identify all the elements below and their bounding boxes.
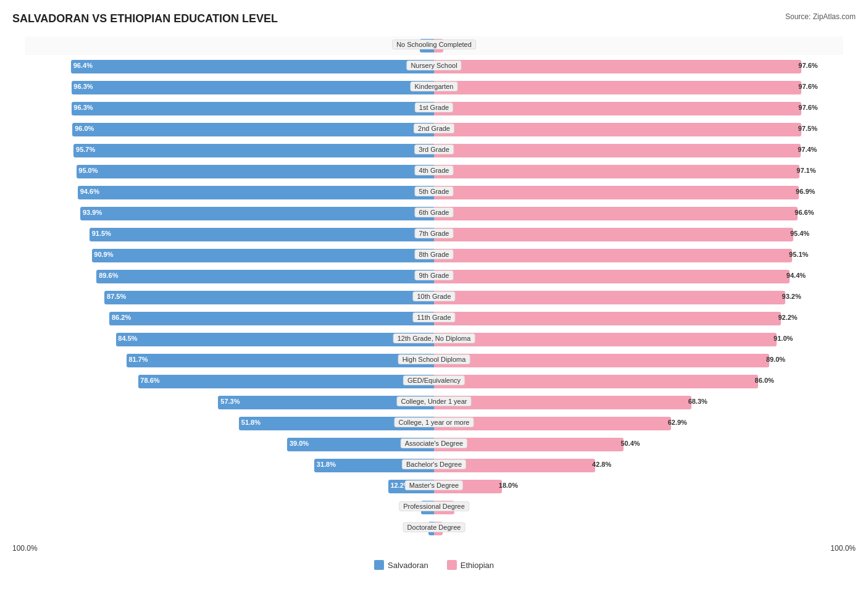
bar-value-left: 86.2%	[112, 314, 131, 321]
center-label: High School Diploma	[398, 354, 470, 364]
bar-left	[138, 375, 434, 388]
center-label: 4th Grade	[415, 165, 454, 175]
bar-value-left: 93.9%	[83, 209, 102, 216]
bar-value-right: 94.4%	[787, 272, 806, 279]
bar-left	[80, 207, 434, 220]
bar-right	[434, 144, 801, 157]
bar-right	[434, 60, 801, 73]
center-label: College, 1 year or more	[394, 417, 474, 427]
chart-area: 3.7%2.4%No Schooling Completed96.4%97.6%…	[12, 36, 856, 538]
chart-row: 84.5%91.0%12th Grade, No Diploma	[25, 330, 843, 349]
bar-value-right: 42.8%	[592, 461, 611, 468]
bar-value-left: 87.5%	[107, 293, 126, 300]
bar-right	[434, 396, 691, 409]
center-label: 5th Grade	[415, 186, 454, 196]
bar-value-right: 62.9%	[668, 419, 687, 426]
chart-row: 96.4%97.6%Nursery School	[25, 57, 843, 76]
chart-header: SALVADORAN VS ETHIOPIAN EDUCATION LEVEL …	[12, 12, 856, 25]
bar-value-right: 97.4%	[798, 146, 817, 153]
bar-left	[116, 333, 434, 346]
ethiopian-color-box	[447, 560, 457, 570]
axis-row: 100.0% 100.0%	[12, 544, 856, 553]
chart-row: 12.2%18.0%Master's Degree	[25, 477, 843, 496]
chart-row: 57.3%68.3%College, Under 1 year	[25, 393, 843, 412]
center-label: 7th Grade	[415, 228, 454, 238]
chart-row: 1.5%2.3%Doctorate Degree	[25, 519, 843, 538]
bar-right	[434, 270, 790, 283]
bar-value-right: 18.0%	[499, 482, 518, 489]
bar-value-left: 57.3%	[220, 398, 240, 405]
center-label: 1st Grade	[415, 102, 453, 112]
bar-right	[434, 375, 758, 388]
chart-row: 94.6%96.9%5th Grade	[25, 183, 843, 202]
center-label: 6th Grade	[415, 207, 454, 217]
chart-row: 51.8%62.9%College, 1 year or more	[25, 414, 843, 433]
salvadoran-label: Salvadoran	[388, 561, 428, 570]
bar-value-right: 97.6%	[798, 83, 817, 90]
bar-left	[127, 354, 434, 367]
chart-row: 3.5%5.4%Professional Degree	[25, 498, 843, 517]
bar-value-right: 89.0%	[766, 356, 785, 363]
bar-value-right: 95.4%	[790, 230, 809, 237]
bar-value-left: 90.9%	[94, 251, 113, 258]
bar-value-left: 96.3%	[73, 83, 93, 90]
bar-value-right: 50.4%	[620, 440, 640, 447]
chart-row: 95.7%97.4%3rd Grade	[25, 141, 843, 160]
bar-value-left: 96.4%	[73, 62, 93, 69]
bar-value-right: 97.6%	[798, 104, 817, 111]
chart-source: Source: ZipAtlas.com	[785, 12, 856, 21]
bar-value-left: 78.6%	[140, 377, 159, 384]
chart-row: 39.0%50.4%Associate's Degree	[25, 435, 843, 454]
center-label: Nursery School	[406, 61, 461, 70]
bar-value-left: 95.0%	[78, 167, 98, 174]
chart-row: 31.8%42.8%Bachelor's Degree	[25, 456, 843, 475]
center-label: Doctorate Degree	[403, 522, 465, 532]
chart-row: 78.6%86.0%GED/Equivalency	[25, 372, 843, 391]
bar-value-left: 96.0%	[75, 125, 94, 132]
bar-value-left: 81.7%	[128, 356, 148, 363]
bar-value-right: 95.1%	[789, 251, 808, 258]
center-label: Kindergarten	[411, 82, 458, 91]
bar-right	[434, 207, 798, 220]
legend: Salvadoran Ethiopian	[12, 560, 856, 570]
bar-value-right: 97.1%	[796, 167, 816, 174]
chart-row: 90.9%95.1%8th Grade	[25, 246, 843, 265]
bar-left	[77, 165, 435, 178]
chart-row: 86.2%92.2%11th Grade	[25, 309, 843, 328]
salvadoran-color-box	[374, 560, 384, 570]
bar-value-left: 51.8%	[241, 419, 261, 426]
bar-value-right: 92.2%	[778, 314, 797, 321]
center-label: GED/Equivalency	[403, 375, 465, 385]
bar-right	[434, 291, 785, 304]
chart-container: SALVADORAN VS ETHIOPIAN EDUCATION LEVEL …	[12, 12, 856, 570]
bar-value-left: 96.3%	[73, 104, 93, 111]
axis-left: 100.0%	[12, 544, 38, 553]
bar-right	[434, 333, 777, 346]
chart-row: 96.3%97.6%1st Grade	[25, 99, 843, 118]
bar-left	[71, 60, 434, 73]
bar-left	[72, 102, 434, 115]
center-label: 12th Grade, No Diploma	[393, 333, 475, 343]
bar-right	[434, 165, 799, 178]
center-label: 2nd Grade	[414, 123, 454, 133]
center-label: Master's Degree	[405, 480, 463, 490]
bar-left	[72, 81, 434, 94]
bar-right	[434, 186, 799, 199]
bar-right	[434, 312, 781, 325]
bar-value-right: 97.5%	[798, 125, 817, 132]
bar-value-right: 96.6%	[795, 209, 814, 216]
bar-value-right: 91.0%	[774, 335, 793, 342]
bar-value-right: 93.2%	[782, 293, 801, 300]
bar-left	[78, 186, 434, 199]
chart-row: 96.3%97.6%Kindergarten	[25, 78, 843, 97]
bar-left	[90, 228, 434, 241]
bar-value-left: 84.5%	[118, 335, 137, 342]
bar-left	[92, 249, 434, 262]
chart-row: 96.0%97.5%2nd Grade	[25, 120, 843, 139]
ethiopian-label: Ethiopian	[461, 561, 494, 570]
chart-row: 95.0%97.1%4th Grade	[25, 162, 843, 181]
bar-value-right: 97.6%	[798, 62, 817, 69]
bar-left	[73, 144, 434, 157]
bar-value-left: 91.5%	[92, 230, 111, 237]
bar-left	[96, 270, 434, 283]
